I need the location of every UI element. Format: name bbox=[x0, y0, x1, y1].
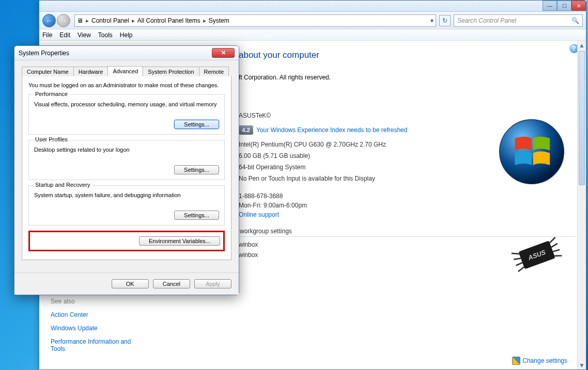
scroll-down-icon[interactable]: ▼ bbox=[578, 361, 586, 369]
svg-line-9 bbox=[553, 249, 560, 252]
menu-help[interactable]: Help bbox=[120, 31, 133, 39]
apply-button[interactable]: Apply bbox=[194, 279, 231, 288]
group-performance-desc: Visual effects, processor scheduling, me… bbox=[34, 101, 219, 107]
window-title-bar: — ☐ ✕ bbox=[39, 1, 586, 12]
dialog-title: System Properties bbox=[19, 50, 69, 57]
see-also-header: See also bbox=[51, 298, 153, 305]
group-user-profiles: User Profiles Desktop settings related t… bbox=[28, 140, 225, 180]
search-icon: 🔍 bbox=[571, 17, 579, 24]
menu-tools[interactable]: Tools bbox=[98, 31, 113, 39]
phone-value: 1-888-678-3688 bbox=[239, 192, 576, 200]
group-user-profiles-desc: Desktop settings related to your logon bbox=[34, 147, 219, 153]
minimize-button[interactable]: — bbox=[543, 1, 557, 11]
svg-line-6 bbox=[517, 267, 524, 271]
shield-icon bbox=[512, 357, 520, 365]
environment-variables-button[interactable]: Environment Variables... bbox=[139, 236, 220, 246]
svg-line-4 bbox=[514, 257, 521, 261]
admin-note: You must be logged on as an Administrato… bbox=[28, 82, 225, 88]
refresh-button[interactable]: ↻ bbox=[439, 15, 451, 26]
asus-chip-icon: ASUS bbox=[508, 232, 565, 278]
svg-line-5 bbox=[516, 263, 522, 265]
dialog-body: Computer Name Hardware Advanced System P… bbox=[14, 60, 239, 272]
rating-chip: 4.2 bbox=[239, 125, 253, 135]
search-input[interactable]: Search Control Panel 🔍 bbox=[454, 14, 583, 27]
dropdown-icon[interactable]: ▾ bbox=[430, 17, 434, 24]
rating-link[interactable]: Your Windows Experience Index needs to b… bbox=[256, 126, 407, 134]
tab-panel-advanced: You must be logged on as an Administrato… bbox=[22, 76, 231, 260]
dialog-button-row: OK Cancel Apply bbox=[14, 272, 239, 295]
svg-line-8 bbox=[551, 244, 558, 247]
website-link[interactable]: Online support bbox=[239, 211, 279, 218]
breadcrumb-item[interactable]: System bbox=[209, 17, 229, 24]
user-profiles-settings-button[interactable]: Settings... bbox=[174, 165, 219, 174]
ok-button[interactable]: OK bbox=[112, 279, 149, 288]
search-placeholder: Search Control Panel bbox=[457, 17, 516, 24]
menu-bar: File Edit View Tools Help bbox=[39, 29, 586, 41]
menu-edit[interactable]: Edit bbox=[59, 31, 70, 39]
close-button[interactable]: ✕ bbox=[571, 1, 586, 11]
group-startup-title: Startup and Recovery bbox=[33, 182, 92, 188]
maximize-button[interactable]: ☐ bbox=[557, 1, 571, 11]
window-controls: — ☐ ✕ bbox=[543, 1, 586, 11]
group-performance-title: Performance bbox=[33, 91, 70, 97]
scrollbar-thumb[interactable] bbox=[579, 51, 585, 185]
nav-forward-button[interactable]: → bbox=[57, 14, 70, 27]
dialog-close-button[interactable]: ✕ bbox=[212, 48, 235, 58]
group-startup-desc: System startup, system failure, and debu… bbox=[34, 192, 219, 198]
svg-line-7 bbox=[549, 237, 556, 243]
side-link-windows-update[interactable]: Windows Update bbox=[51, 325, 153, 332]
breadcrumb-item[interactable]: All Control Panel Items bbox=[137, 17, 200, 24]
env-variables-highlight: Environment Variables... bbox=[28, 231, 225, 251]
computer-icon: 🖥 bbox=[77, 17, 83, 24]
svg-line-3 bbox=[512, 251, 519, 256]
cancel-button[interactable]: Cancel bbox=[153, 279, 190, 288]
svg-point-0 bbox=[500, 120, 564, 184]
tab-system-protection[interactable]: System Protection bbox=[143, 67, 199, 76]
side-link-perf-info[interactable]: Performance Information and Tools bbox=[51, 338, 138, 352]
computer-name-value: winbox bbox=[239, 241, 258, 248]
menu-file[interactable]: File bbox=[42, 31, 52, 39]
breadcrumb[interactable]: 🖥 ▸ Control Panel ▸ All Control Panel It… bbox=[74, 14, 436, 27]
group-performance: Performance Visual effects, processor sc… bbox=[28, 94, 225, 135]
tab-remote[interactable]: Remote bbox=[199, 67, 229, 76]
group-user-profiles-title: User Profiles bbox=[33, 136, 70, 142]
side-link-action-center[interactable]: Action Center bbox=[51, 311, 153, 318]
full-computer-name-value: winbox bbox=[239, 251, 258, 259]
nav-bar: ← → 🖥 ▸ Control Panel ▸ All Control Pane… bbox=[39, 12, 586, 29]
hours-value: Mon-Fri: 9:00am-6:00pm bbox=[239, 202, 576, 209]
chevron-right-icon: ▸ bbox=[86, 17, 89, 24]
breadcrumb-item[interactable]: Control Panel bbox=[91, 17, 129, 24]
vertical-scrollbar[interactable]: ▲ ▼ bbox=[577, 41, 586, 369]
group-startup-recovery: Startup and Recovery System startup, sys… bbox=[28, 185, 225, 226]
menu-view[interactable]: View bbox=[78, 31, 91, 39]
tab-advanced[interactable]: Advanced bbox=[107, 66, 143, 76]
performance-settings-button[interactable]: Settings... bbox=[174, 120, 219, 129]
nav-back-button[interactable]: ← bbox=[42, 14, 56, 27]
startup-settings-button[interactable]: Settings... bbox=[174, 211, 219, 220]
windows-logo-icon bbox=[498, 118, 565, 185]
tab-computer-name[interactable]: Computer Name bbox=[22, 67, 74, 76]
dialog-title-bar[interactable]: System Properties ✕ bbox=[14, 46, 239, 60]
tab-hardware[interactable]: Hardware bbox=[73, 67, 109, 76]
svg-line-10 bbox=[554, 253, 562, 258]
chevron-right-icon: ▸ bbox=[203, 17, 206, 24]
system-properties-dialog: System Properties ✕ Computer Name Hardwa… bbox=[14, 45, 239, 295]
scroll-up-icon[interactable]: ▲ bbox=[578, 41, 586, 50]
tab-row: Computer Name Hardware Advanced System P… bbox=[22, 66, 231, 76]
change-settings-link[interactable]: Change settings bbox=[512, 357, 567, 365]
chevron-right-icon: ▸ bbox=[132, 17, 135, 24]
